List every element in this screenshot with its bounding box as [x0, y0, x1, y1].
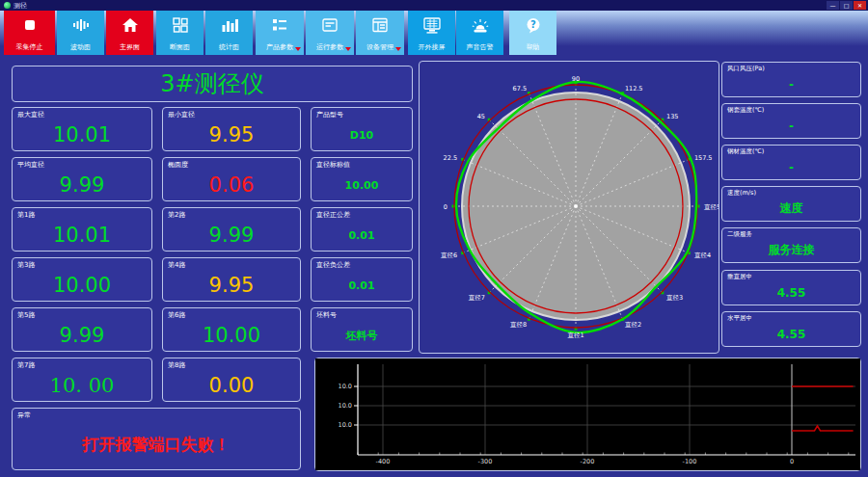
value-box-channel-7: 第7路10. 00	[12, 358, 152, 402]
svg-text:?: ?	[530, 19, 536, 30]
svg-text:-100: -100	[683, 458, 697, 465]
minimize-button[interactable]: —	[827, 1, 839, 10]
status-box-steel-temp: 钢材温度(℃)-	[721, 145, 861, 180]
value-box-value: 坯料号	[312, 320, 412, 351]
gauge-title-box: 3#测径仪	[12, 66, 413, 102]
trend-chart: 10.010.010.0-400-300-200-1000	[315, 358, 860, 474]
status-box-value: -	[722, 72, 860, 96]
list-icon	[269, 14, 290, 36]
svg-text:10.0: 10.0	[339, 421, 352, 429]
toolbar-button-run-params[interactable]: 运行参数	[306, 11, 354, 55]
svg-text:0: 0	[790, 458, 794, 465]
value-box-label: 最大直径	[17, 110, 44, 119]
value-box-label: 异常	[17, 411, 31, 420]
svg-text:157.5: 157.5	[694, 154, 713, 162]
svg-text:直径7: 直径7	[469, 294, 485, 302]
toolbar-button-external-screen[interactable]: 开外接屏	[408, 11, 455, 55]
svg-text:直径2: 直径2	[625, 321, 641, 329]
svg-text:45: 45	[477, 113, 485, 120]
gauge-title: 3#测径仪	[13, 66, 412, 101]
toolbar-button-product-params[interactable]: 产品参数	[256, 11, 304, 55]
toolbar-button-wave-chart[interactable]: 波动图	[57, 11, 104, 55]
value-box-channel-2: 第2路9.99	[162, 207, 301, 252]
dropdown-arrow-icon	[295, 47, 301, 51]
value-box-label: 直径标称值	[316, 160, 350, 170]
card-icon	[319, 14, 340, 36]
status-box-value: 服务连接	[722, 238, 860, 262]
status-box-horizontal-center: 水平居中4.55	[721, 311, 861, 347]
value-box-max-diameter: 最大直径10.01	[12, 107, 152, 151]
svg-text:直径4: 直径4	[694, 252, 711, 259]
value-box-label: 第6路	[168, 310, 185, 320]
stop-icon	[19, 14, 41, 36]
value-box-label: 第1路	[17, 210, 35, 220]
value-box-value: 0.01	[312, 270, 412, 301]
toolbar-button-help[interactable]: ?帮助	[509, 11, 556, 55]
polar-chart: 022.54567.590112.5135157.5直径5直径4直径3直径2直径…	[420, 62, 719, 357]
toolbar-button-device-manage[interactable]: 设备管理	[356, 11, 404, 55]
value-box-value: D10	[312, 119, 412, 150]
status-box-value: -	[722, 155, 860, 179]
toolbar-button-section-chart[interactable]: 断面图	[156, 11, 203, 55]
barchart-icon	[219, 14, 240, 36]
status-box-sleeve-temp: 钢套温度(℃)-	[721, 103, 861, 139]
value-box-label: 第3路	[17, 260, 35, 270]
value-box-value: 10.00	[13, 270, 151, 301]
panels-icon	[170, 14, 191, 36]
monitor-icon	[421, 14, 443, 36]
svg-text:直径3: 直径3	[666, 294, 683, 302]
toolbar-button-label: 波动图	[57, 42, 104, 52]
value-box-value: 打开报警端口失败！	[13, 420, 300, 469]
value-box-alarm-box: 异常打开报警端口失败！	[12, 408, 301, 470]
home-icon	[120, 14, 141, 36]
value-box-value: 10.01	[13, 220, 151, 251]
window-title: 测径	[14, 1, 27, 11]
value-box-label: 产品型号	[316, 110, 343, 119]
question-icon: ?	[523, 14, 544, 36]
toolbar-button-main-screen[interactable]: 主界面	[106, 11, 153, 55]
value-box-value: 10.01	[13, 119, 151, 150]
value-box-value: 10.00	[312, 170, 412, 200]
dropdown-arrow-icon	[345, 47, 351, 51]
value-box-billet-no: 坯料号坯料号	[311, 307, 413, 352]
toolbar-button-label: 开外接屏	[408, 42, 455, 52]
value-box-channel-4: 第4路9.95	[162, 257, 301, 302]
app-icon	[4, 2, 11, 9]
status-box-air-pressure: 风口风压(Pa)-	[721, 62, 861, 97]
close-button[interactable]: ✕	[854, 1, 866, 10]
status-box-speed: 速度(m/s)速度	[721, 186, 861, 222]
value-box-value: 9.99	[13, 320, 151, 351]
value-box-label: 第2路	[168, 210, 185, 220]
dropdown-arrow-icon	[395, 47, 401, 51]
value-box-label: 直径正公差	[316, 210, 350, 220]
value-box-value: 9.95	[163, 119, 300, 150]
maximize-button[interactable]: □	[840, 1, 853, 10]
value-box-min-diameter: 最小直径9.95	[162, 107, 301, 151]
toolbar-button-label: 采集停止	[4, 42, 55, 52]
status-box-value: 4.55	[722, 322, 860, 346]
value-box-product-model: 产品型号D10	[311, 107, 413, 151]
value-box-nominal-diameter: 直径标称值10.00	[311, 157, 413, 201]
value-box-label: 直径负公差	[316, 260, 350, 270]
value-box-value: 0.06	[163, 170, 300, 200]
status-box-vertical-center: 垂直居中4.55	[721, 270, 861, 305]
value-box-label: 第8路	[168, 360, 185, 370]
status-box-value: 4.55	[722, 280, 860, 305]
toolbar-button-label: 帮助	[509, 42, 556, 52]
value-box-avg-diameter: 平均直径9.99	[12, 157, 152, 201]
svg-text:90: 90	[572, 75, 580, 83]
value-box-value: 9.99	[163, 220, 300, 251]
toolbar: 采集停止波动图主界面断面图统计图产品参数运行参数设备管理开外接屏声音告警?帮助	[0, 11, 868, 55]
title-bar: 测径 — □ ✕	[0, 0, 868, 11]
svg-text:-300: -300	[478, 458, 493, 465]
siren-icon	[470, 14, 491, 36]
svg-text:直径1: 直径1	[567, 331, 583, 339]
value-box-channel-1: 第1路10.01	[12, 207, 152, 252]
toolbar-button-stats-chart[interactable]: 统计图	[205, 11, 253, 55]
svg-text:22.5: 22.5	[444, 154, 457, 162]
value-box-plus-tolerance: 直径正公差0.01	[311, 207, 413, 252]
toolbar-button-sound-alarm[interactable]: 声音告警	[456, 11, 503, 55]
svg-text:10.0: 10.0	[339, 383, 352, 390]
device-icon	[369, 14, 391, 36]
toolbar-button-stop-capture[interactable]: 采集停止	[4, 11, 55, 55]
